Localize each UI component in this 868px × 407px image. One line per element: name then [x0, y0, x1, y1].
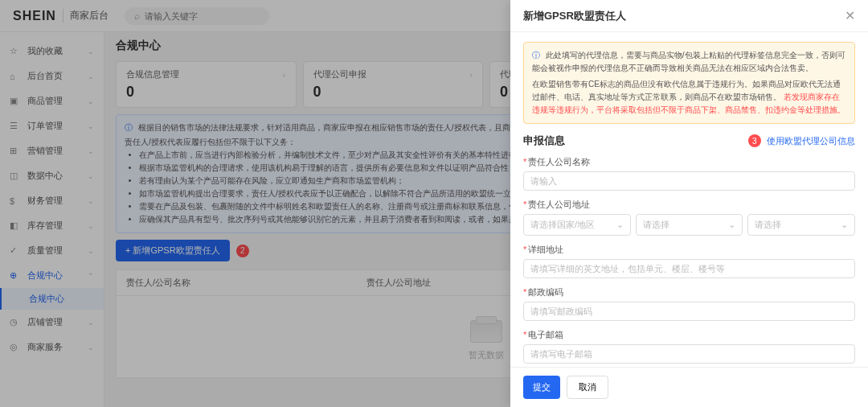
field-company-name: *责任人公司名称: [523, 156, 855, 191]
chevron-down-icon: ⌄: [841, 220, 848, 230]
alert-p1: 此处填写的代理信息，需要与商品实物/包装上粘贴的代理标签信息完全一致，否则可能会…: [532, 51, 845, 72]
drawer-title: 新增GPSR欧盟责任人: [523, 9, 626, 23]
label-address: 责任人公司地址: [528, 199, 590, 209]
input-email[interactable]: [523, 344, 855, 364]
chevron-down-icon: ⌄: [728, 220, 735, 230]
cancel-button[interactable]: 取消: [567, 376, 608, 399]
drawer: 新增GPSR欧盟责任人 ✕ ⓘ 此处填写的代理信息，需要与商品实物/包装上粘贴的…: [510, 0, 868, 407]
drawer-footer: 提交 取消: [510, 367, 868, 407]
drawer-body: ⓘ 此处填写的代理信息，需要与商品实物/包装上粘贴的代理标签信息完全一致，否则可…: [510, 32, 868, 367]
input-postal[interactable]: [523, 302, 855, 321]
input-company-name[interactable]: [523, 171, 855, 191]
submit-button[interactable]: 提交: [523, 376, 560, 399]
field-email: *电子邮箱: [523, 329, 855, 364]
field-detail-address: *详细地址: [523, 244, 855, 278]
link-badge: 3: [748, 134, 761, 147]
label-company-name: 责任人公司名称: [528, 157, 590, 166]
section-head: 申报信息 3 使用欧盟代理公司信息: [523, 134, 855, 148]
close-icon[interactable]: ✕: [845, 8, 855, 23]
select-region[interactable]: 请选择⌄: [636, 214, 743, 236]
drawer-header: 新增GPSR欧盟责任人 ✕: [510, 0, 868, 32]
use-eu-info-link[interactable]: 使用欧盟代理公司信息: [767, 136, 855, 146]
select-city[interactable]: 请选择⌄: [747, 214, 855, 236]
chevron-down-icon: ⌄: [616, 220, 624, 230]
drawer-alert: ⓘ 此处填写的代理信息，需要与商品实物/包装上粘贴的代理标签信息完全一致，否则可…: [523, 42, 855, 124]
field-postal: *邮政编码: [523, 286, 855, 321]
use-eu-link-wrap: 3 使用欧盟代理公司信息: [748, 134, 855, 147]
section-title: 申报信息: [523, 134, 565, 148]
label-postal: 邮政编码: [528, 287, 563, 297]
select-country[interactable]: 请选择国家/地区⌄: [523, 214, 631, 236]
label-email: 电子邮箱: [528, 330, 563, 339]
info-icon: ⓘ: [532, 51, 540, 60]
input-detail-address[interactable]: [523, 259, 855, 278]
field-address: *责任人公司地址 请选择国家/地区⌄ 请选择⌄ 请选择⌄: [523, 199, 855, 236]
label-detail-address: 详细地址: [528, 245, 563, 254]
